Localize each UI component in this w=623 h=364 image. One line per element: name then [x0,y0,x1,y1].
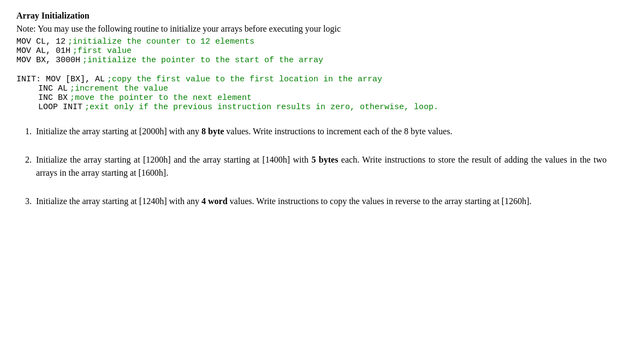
code-comment-3: ;initialize the pointer to the start of … [82,56,323,65]
note-text: Note: You may use the following routine … [16,24,607,34]
code-comment-5: ;increment the value [70,84,168,93]
code-instruction-7: LOOP INIT [38,103,82,112]
question-number-3: 3. [16,195,36,208]
code-line-7: LOOP INIT ;exit only if the previous ins… [38,103,607,112]
code-instruction-6: INC BX [38,93,68,103]
questions-list: 1. Initialize the array starting at [200… [16,125,607,208]
code-line-3: MOV BX, 3000H ;initialize the pointer to… [16,56,607,65]
question-text-3: Initialize the array starting at [1240h]… [36,195,607,208]
code-line-4: INIT: MOV [BX], AL ;copy the first value… [16,75,607,84]
question-item-3: 3. Initialize the array starting at [124… [16,195,607,208]
bold-5bytes: 5 bytes [311,155,338,164]
code-comment-4: ;copy the first value to the first locat… [107,75,382,84]
code-instruction-5: INC AL [38,84,68,93]
code-comment-6: ;move the pointer to the next element [70,93,252,103]
code-instruction-3: MOV BX, 3000H [16,56,80,65]
section-title: Array Initialization [16,11,607,21]
code-block: MOV CL, 12 ;initialize the counter to 12… [16,37,607,112]
code-instruction-1: MOV CL, 12 [16,37,66,46]
code-line-2: MOV AL, 01H ;first value [16,46,607,56]
code-comment-1: ;initialize the counter to 12 elements [68,37,254,46]
code-instruction-2: MOV AL, 01H [16,46,70,56]
question-number-1: 1. [16,125,36,138]
code-comment-7: ;exit only if the previous instruction r… [85,103,438,112]
question-text-2: Initialize the array starting at [1200h]… [36,153,607,180]
question-number-2: 2. [16,153,36,166]
code-instruction-4: INIT: MOV [BX], AL [16,75,105,84]
code-line-1: MOV CL, 12 ;initialize the counter to 12… [16,37,607,46]
question-item-2: 2. Initialize the array starting at [120… [16,153,607,180]
question-item-1: 1. Initialize the array starting at [200… [16,125,607,138]
code-line-6: INC BX ;move the pointer to the next ele… [38,93,607,103]
question-text-1: Initialize the array starting at [2000h]… [36,125,607,138]
code-line-5: INC AL ;increment the value [38,84,607,93]
bold-8byte: 8 byte [201,127,224,136]
bold-4word: 4 word [201,196,228,206]
code-comment-2: ;first value [73,46,132,56]
